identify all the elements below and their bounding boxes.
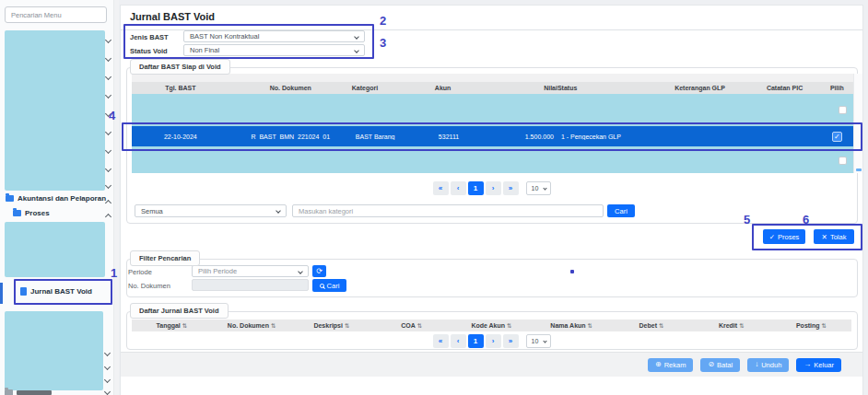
chevron-down-icon bbox=[354, 48, 359, 53]
bast-table: Tgl. BAST No. Dokumen Kategori Akun Nila… bbox=[132, 74, 862, 174]
page-size-value: 10 bbox=[532, 338, 539, 344]
column-header-sortable[interactable]: Posting⇅ bbox=[771, 322, 851, 330]
sort-icon: ⇅ bbox=[345, 322, 349, 330]
sort-icon: ⇅ bbox=[739, 322, 744, 330]
sidebar-item-partial[interactable] bbox=[5, 389, 52, 395]
chevron-down-icon bbox=[105, 147, 111, 154]
jurnal-table-header: Tanggal⇅ No. Dokumen⇅ Deskripsi⇅ COA⇅ Ko… bbox=[132, 319, 851, 331]
menu-search-input[interactable] bbox=[5, 6, 107, 23]
chevron-down-icon bbox=[105, 166, 111, 172]
sidebar-item-proses[interactable]: Proses bbox=[13, 209, 50, 217]
button-label: Proses bbox=[778, 233, 799, 241]
row-checkbox[interactable] bbox=[839, 106, 847, 114]
sort-icon: ⇅ bbox=[588, 322, 592, 330]
sidebar-item-akuntansi[interactable]: Akuntansi dan Pelaporan bbox=[6, 194, 107, 203]
row-checkbox[interactable] bbox=[839, 157, 847, 165]
tab-daftar-jurnal-bast-void[interactable]: Daftar Jurnal BAST Void bbox=[130, 303, 229, 319]
refresh-button[interactable]: ⟳ bbox=[312, 265, 326, 277]
cross-icon: ✕ bbox=[822, 233, 827, 241]
download-icon: ↓ bbox=[755, 361, 758, 368]
pagination-next-button[interactable]: › bbox=[486, 181, 501, 195]
chevron-down-icon bbox=[105, 37, 111, 43]
cell-status: 1 - Pengecekan GLP bbox=[557, 134, 651, 140]
annotation-number-4: 4 bbox=[109, 110, 115, 122]
column-header-sortable[interactable]: Tanggal⇅ bbox=[132, 322, 212, 330]
pagination-first-button[interactable]: « bbox=[433, 181, 449, 195]
filter-cari-button[interactable]: Cari bbox=[312, 279, 346, 292]
jenis-bast-select[interactable]: BAST Non Kontraktual bbox=[183, 30, 365, 42]
select-value: Semua bbox=[141, 207, 163, 215]
sidebar-item-jurnal-bast-void[interactable]: Jurnal BAST Void bbox=[20, 287, 92, 296]
column-header: Keterangan GLP bbox=[651, 85, 749, 91]
sort-icon: ⇅ bbox=[417, 322, 422, 330]
proses-button[interactable]: ✓ Proses bbox=[763, 229, 805, 244]
button-label: Tolak bbox=[830, 233, 847, 241]
pagination-first-button[interactable]: « bbox=[433, 334, 449, 348]
pagination-page-1[interactable]: 1 bbox=[468, 334, 484, 348]
category-search-button[interactable]: Cari bbox=[607, 204, 635, 217]
no-dokumen-input[interactable] bbox=[192, 279, 309, 291]
category-filter-select[interactable]: Semua bbox=[135, 204, 287, 217]
chevron-down-icon bbox=[104, 364, 111, 370]
button-label: Keluar bbox=[814, 361, 834, 369]
cell-nilai: 1.500.000 bbox=[492, 134, 557, 140]
pagination-prev-button[interactable]: ‹ bbox=[451, 181, 466, 195]
row-checkbox-checked[interactable]: ✓ bbox=[832, 132, 842, 142]
column-header-sortable[interactable]: Debet⇅ bbox=[612, 322, 692, 330]
column-header-sortable[interactable]: No. Dokumen⇅ bbox=[212, 322, 292, 330]
chevron-down-icon bbox=[354, 34, 359, 40]
keluar-button[interactable]: → Keluar bbox=[796, 358, 841, 372]
table-scrollbar[interactable] bbox=[853, 74, 862, 173]
chevron-down-icon bbox=[105, 55, 111, 62]
no-dokumen-label: No. Dokumen bbox=[128, 282, 170, 290]
column-header-sortable[interactable]: Kredit⇅ bbox=[691, 322, 771, 330]
sidebar: Akuntansi dan Pelaporan Proses Jurnal BA… bbox=[0, 0, 113, 395]
redacted-table-rows bbox=[132, 94, 853, 126]
annotation-dot bbox=[570, 270, 574, 273]
chevron-down-icon bbox=[298, 269, 303, 274]
bast-table-header: Tgl. BAST No. Dokumen Kategori Akun Nila… bbox=[132, 82, 853, 94]
annotation-number-3: 3 bbox=[380, 37, 386, 49]
batal-button[interactable]: ⊘ Batal bbox=[700, 358, 740, 372]
folder-icon bbox=[5, 389, 13, 395]
column-header-sortable[interactable]: Kode Akun⇅ bbox=[452, 322, 532, 330]
chevron-down-icon bbox=[105, 74, 111, 80]
pagination-last-button[interactable]: » bbox=[503, 334, 519, 348]
redacted-menu-block bbox=[5, 30, 105, 191]
pagination-last-button[interactable]: » bbox=[503, 181, 519, 195]
chevron-up-icon bbox=[105, 214, 111, 220]
select-value: Non Final bbox=[190, 46, 219, 54]
pagination-next-button[interactable]: › bbox=[486, 334, 501, 348]
periode-select[interactable]: Pilih Periode bbox=[192, 265, 309, 277]
button-label: Cari bbox=[615, 207, 628, 215]
unduh-button[interactable]: ↓ Unduh bbox=[747, 358, 789, 372]
tab-filter-pencarian[interactable]: Filter Pencarian bbox=[130, 250, 200, 266]
chevron-down-icon bbox=[276, 208, 281, 214]
folder-icon bbox=[13, 210, 21, 216]
table-toolbar-strip bbox=[132, 74, 853, 82]
pagination-prev-button[interactable]: ‹ bbox=[451, 334, 466, 348]
check-icon: ✓ bbox=[769, 233, 775, 241]
table-row-selected[interactable]: 22-10-2024 R_BAST_BMN_221024_01 BAST Bar… bbox=[132, 126, 853, 146]
category-search-input[interactable] bbox=[292, 204, 604, 217]
search-icon bbox=[320, 284, 324, 288]
page-size-value: 10 bbox=[532, 185, 539, 192]
redacted-menu-block bbox=[5, 311, 103, 390]
cancel-circle-icon: ⊘ bbox=[708, 361, 714, 368]
app-root: Akuntansi dan Pelaporan Proses Jurnal BA… bbox=[0, 0, 868, 395]
column-header-sortable[interactable]: Nama Akun⇅ bbox=[532, 322, 612, 330]
page-size-select[interactable]: 10 bbox=[526, 334, 551, 348]
tab-daftar-bast-siap-void[interactable]: Daftar BAST Siap di Void bbox=[130, 59, 230, 75]
main-content: Jurnal BAST Void Jenis BAST BAST Non Kon… bbox=[120, 5, 863, 395]
rekam-button[interactable]: ⊕ Rekam bbox=[648, 358, 693, 372]
pagination-page-1[interactable]: 1 bbox=[468, 181, 484, 195]
tolak-button[interactable]: ✕ Tolak bbox=[814, 229, 854, 244]
column-header-sortable[interactable]: Deskripsi⇅ bbox=[292, 322, 372, 330]
jenis-bast-label: Jenis BAST bbox=[130, 33, 169, 41]
sidebar-scrollbar[interactable] bbox=[113, 0, 119, 395]
page-size-select[interactable]: 10 bbox=[526, 181, 551, 195]
folder-icon bbox=[6, 195, 14, 202]
column-header-sortable[interactable]: COA⇅ bbox=[371, 322, 452, 330]
status-void-select[interactable]: Non Final bbox=[183, 44, 365, 56]
scrollbar-thumb[interactable] bbox=[856, 168, 862, 171]
